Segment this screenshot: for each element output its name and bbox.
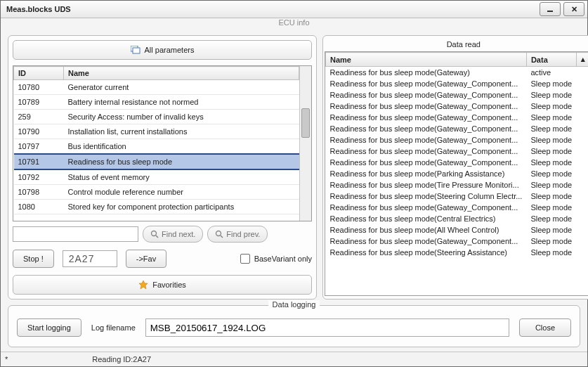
table-row[interactable]: 10798Control module reference number bbox=[14, 185, 299, 200]
cell-name: Bus identification bbox=[64, 139, 299, 155]
table-row[interactable]: Readiness for bus sleep mode(Gateway_Com… bbox=[326, 112, 589, 123]
log-filename-label: Log filename bbox=[91, 323, 136, 332]
favorites-button[interactable]: Favorities bbox=[13, 275, 312, 295]
cell-id: 10780 bbox=[14, 80, 64, 95]
find-next-button[interactable]: Find next. bbox=[143, 226, 203, 243]
cell-name: Readiness for bus sleep mode(Gateway_Com… bbox=[326, 112, 527, 123]
table-row[interactable]: Readiness for bus sleep mode(Central Ele… bbox=[326, 213, 589, 224]
cell-id: 259 bbox=[14, 110, 64, 124]
cell-name: Readiness for bus sleep mode(Gateway_Com… bbox=[326, 101, 527, 112]
cell-name: Status of event memory bbox=[64, 169, 299, 185]
col-scroll-head[interactable]: ▴ bbox=[576, 53, 588, 67]
stop-button[interactable]: Stop ! bbox=[13, 250, 54, 268]
minimize-button[interactable] bbox=[540, 2, 561, 16]
cell-name: Readiness for bus sleep mode(Gateway_Com… bbox=[326, 134, 527, 146]
cell-data: Sleep mode bbox=[526, 123, 576, 134]
cell-name: Readiness for bus sleep mode(Gateway_Com… bbox=[326, 157, 527, 168]
cell-data: Sleep mode bbox=[526, 213, 576, 224]
table-row[interactable]: Readiness for bus sleep mode(Gateway_Com… bbox=[326, 157, 589, 168]
table-row[interactable]: Readiness for bus sleep mode(Gateway_Com… bbox=[326, 123, 589, 134]
to-fav-button[interactable]: ->Fav bbox=[126, 250, 166, 268]
cell-data: Sleep mode bbox=[526, 168, 576, 179]
cell-name: Readiness for bus sleep mode(Central Ele… bbox=[326, 213, 527, 224]
table-row[interactable]: 1080Stored key for component protection … bbox=[14, 200, 299, 214]
data-read-table[interactable]: Name Data ▴ Readiness for bus sleep mode… bbox=[325, 52, 588, 295]
data-logging-panel: Data logging Start logging Log filename … bbox=[8, 305, 580, 347]
data-read-panel: Data read Name Data ▴ Readiness for bus … bbox=[322, 35, 588, 300]
cell-data: Sleep mode bbox=[526, 224, 576, 236]
all-parameters-button[interactable]: All parameters bbox=[13, 40, 312, 60]
table-row[interactable]: 10790Installation list, current installa… bbox=[14, 124, 299, 139]
table-row[interactable]: Readiness for bus sleep mode(Steering Co… bbox=[326, 191, 589, 202]
cell-data: Sleep mode bbox=[526, 179, 576, 191]
status-bar: * Reading ID:2A27 bbox=[1, 352, 587, 366]
table-row[interactable]: 259Security Access: number of invalid ke… bbox=[14, 110, 299, 124]
table-row[interactable]: 10789Battery internal resistance not nor… bbox=[14, 95, 299, 110]
cell-name: Stored key for component protection part… bbox=[64, 200, 299, 214]
col-id[interactable]: ID bbox=[14, 67, 64, 80]
titlebar: Meas.blocks UDS ✕ bbox=[1, 1, 587, 18]
cell-data: Sleep mode bbox=[526, 89, 576, 101]
close-dialog-button[interactable]: Close bbox=[519, 318, 571, 337]
status-text: Reading ID:2A27 bbox=[92, 355, 151, 363]
table-row[interactable]: Readiness for bus sleep mode(Gateway_Com… bbox=[326, 78, 589, 89]
cell-data: Sleep mode bbox=[526, 202, 576, 213]
table-row[interactable]: Readiness for bus sleep mode(Tire Pressu… bbox=[326, 179, 589, 191]
checkbox-icon bbox=[240, 254, 250, 264]
col-data-r[interactable]: Data bbox=[526, 53, 576, 67]
cell-name: Readiness for bus sleep mode(Steering As… bbox=[326, 247, 527, 258]
table-row[interactable]: Readiness for bus sleep mode(Gateway_Com… bbox=[326, 236, 589, 247]
find-prev-button[interactable]: Find prev. bbox=[207, 226, 268, 243]
cell-name: Security Access: number of invalid keys bbox=[64, 110, 299, 124]
cell-id: 10790 bbox=[14, 124, 64, 139]
table-row[interactable]: Readiness for bus sleep mode(Steering As… bbox=[326, 247, 589, 258]
search-input[interactable] bbox=[13, 226, 138, 242]
parameters-table[interactable]: ID Name 10780Generator current10789Batte… bbox=[13, 66, 299, 221]
cell-name: Readiness for bus sleep mode(Gateway_Com… bbox=[326, 89, 527, 101]
search-icon bbox=[150, 230, 159, 238]
code-display: 2A27 bbox=[63, 250, 117, 267]
basevariant-checkbox[interactable]: BaseVariant only bbox=[240, 254, 312, 264]
cell-id: 10797 bbox=[14, 139, 64, 155]
svg-marker-7 bbox=[139, 281, 148, 289]
all-parameters-label: All parameters bbox=[145, 46, 195, 54]
table-row[interactable]: Readiness for bus sleep mode(All Wheel C… bbox=[326, 224, 589, 236]
table-row[interactable]: 10792Status of event memory bbox=[14, 169, 299, 185]
data-read-title: Data read bbox=[325, 39, 588, 51]
cell-data: Sleep mode bbox=[526, 112, 576, 123]
parameters-scrollbar[interactable] bbox=[299, 66, 311, 221]
table-row[interactable]: 10797Bus identification bbox=[14, 139, 299, 155]
cell-name: Readiness for bus sleep mode bbox=[64, 154, 299, 169]
cell-data: Sleep mode bbox=[526, 247, 576, 258]
log-filename-input[interactable] bbox=[145, 318, 509, 337]
start-logging-button[interactable]: Start logging bbox=[17, 318, 81, 337]
cell-name: Readiness for bus sleep mode(Gateway_Com… bbox=[326, 202, 527, 213]
cell-id: 10792 bbox=[14, 169, 64, 185]
col-name[interactable]: Name bbox=[64, 67, 299, 80]
cell-data: Sleep mode bbox=[526, 134, 576, 146]
table-row[interactable]: 10780Generator current bbox=[14, 80, 299, 95]
window-subtitle: ECU info bbox=[1, 18, 587, 31]
cell-name: Readiness for bus sleep mode(Gateway_Com… bbox=[326, 123, 527, 134]
cell-name: Generator current bbox=[64, 80, 299, 95]
cell-name: Control module reference number bbox=[64, 185, 299, 200]
cell-id: 1080 bbox=[14, 200, 64, 214]
table-row[interactable]: Readiness for bus sleep mode(Gateway_Com… bbox=[326, 101, 589, 112]
close-button[interactable]: ✕ bbox=[563, 2, 584, 16]
parameters-panel: All parameters ID Name 10780Generator cu… bbox=[8, 35, 317, 300]
col-name-r[interactable]: Name bbox=[326, 53, 527, 67]
cell-name: Readiness for bus sleep mode(Parking Ass… bbox=[326, 168, 527, 179]
table-row[interactable]: Readiness for bus sleep mode(Gateway_Com… bbox=[326, 89, 589, 101]
table-row[interactable]: Readiness for bus sleep mode(Gateway_Com… bbox=[326, 134, 589, 146]
cell-id: 10789 bbox=[14, 95, 64, 110]
table-row[interactable]: Readiness for bus sleep mode(Parking Ass… bbox=[326, 168, 589, 179]
cell-name: Readiness for bus sleep mode(Steering Co… bbox=[326, 191, 527, 202]
table-row[interactable]: 10791Readiness for bus sleep mode bbox=[14, 154, 299, 169]
cell-name: Readiness for bus sleep mode(Tire Pressu… bbox=[326, 179, 527, 191]
table-row[interactable]: Readiness for bus sleep mode(Gateway_Com… bbox=[326, 146, 589, 157]
star-icon bbox=[138, 280, 148, 290]
svg-point-5 bbox=[216, 231, 221, 236]
data-logging-title: Data logging bbox=[268, 300, 320, 309]
table-row[interactable]: Readiness for bus sleep mode(Gateway)act… bbox=[326, 67, 589, 79]
table-row[interactable]: Readiness for bus sleep mode(Gateway_Com… bbox=[326, 202, 589, 213]
